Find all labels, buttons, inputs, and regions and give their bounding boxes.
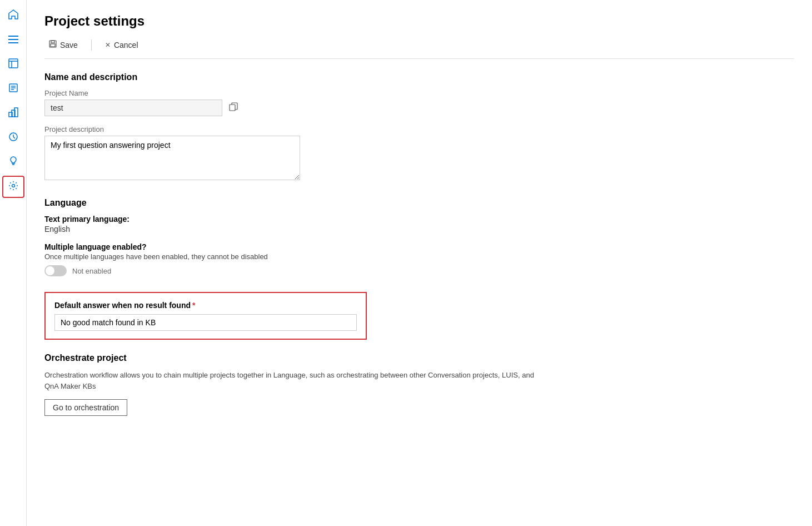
name-description-section: Name and description Project Name Projec… [44, 72, 794, 182]
test-icon [8, 132, 18, 145]
cancel-icon: ✕ [105, 41, 111, 49]
save-icon [49, 40, 57, 49]
svg-rect-23 [230, 105, 235, 111]
save-button[interactable]: Save [44, 38, 82, 52]
sources-icon [8, 58, 18, 71]
sidebar-item-kb[interactable] [2, 78, 24, 100]
primary-language-label: Text primary language: [44, 215, 794, 224]
name-description-title: Name and description [44, 72, 794, 82]
project-description-label: Project description [44, 125, 794, 133]
sidebar-item-menu[interactable] [2, 29, 24, 51]
deploy-icon [8, 107, 18, 120]
default-answer-label-text: Default answer when no result found [54, 301, 191, 310]
home-icon [8, 9, 18, 22]
toolbar: Save ✕ Cancel [44, 38, 794, 59]
default-answer-input[interactable] [54, 314, 357, 331]
multiple-language-toggle[interactable] [44, 265, 67, 276]
gear-icon [8, 181, 18, 193]
svg-rect-3 [9, 59, 18, 68]
orchestrate-description: Orchestration workflow allows you to cha… [44, 370, 545, 391]
sidebar-item-insights[interactable] [2, 151, 24, 173]
toggle-row: Not enabled [44, 265, 794, 276]
menu-icon [8, 34, 18, 46]
project-description-input[interactable]: My first question answering project [44, 136, 300, 180]
go-to-orchestration-button[interactable]: Go to orchestration [44, 399, 127, 416]
copy-button[interactable] [227, 100, 240, 116]
orchestrate-section: Orchestrate project Orchestration workfl… [44, 353, 794, 416]
sidebar-item-home[interactable] [2, 4, 24, 27]
sidebar-item-deploy[interactable] [2, 102, 24, 125]
multiple-language-desc: Once multiple languages have been enable… [44, 252, 794, 261]
copy-icon [229, 102, 238, 111]
save-label: Save [60, 41, 78, 49]
required-star: * [192, 301, 195, 310]
svg-line-15 [13, 137, 15, 138]
toolbar-divider [91, 39, 92, 51]
svg-point-18 [12, 184, 14, 187]
toggle-label: Not enabled [72, 267, 111, 275]
page-title: Project settings [44, 13, 794, 29]
orchestrate-title: Orchestrate project [44, 353, 794, 363]
cancel-button[interactable]: ✕ Cancel [101, 38, 143, 52]
sidebar [0, 0, 27, 526]
project-name-label: Project Name [44, 89, 794, 97]
sidebar-item-sources[interactable] [2, 53, 24, 76]
svg-rect-20 [51, 41, 54, 43]
project-name-row [44, 100, 794, 116]
default-answer-label: Default answer when no result found* [54, 301, 357, 310]
svg-rect-2 [8, 42, 18, 43]
sidebar-item-test[interactable] [2, 127, 24, 149]
main-content: Project settings Save ✕ Cancel Name and … [27, 0, 812, 526]
svg-rect-21 [51, 44, 55, 47]
default-answer-section: Default answer when no result found* [44, 292, 367, 340]
svg-rect-0 [8, 36, 18, 37]
bulb-icon [9, 156, 18, 169]
language-title: Language [44, 198, 794, 208]
primary-language-value: English [44, 225, 794, 234]
language-section: Language Text primary language: English … [44, 198, 794, 276]
multiple-language-label: Multiple language enabled? [44, 242, 794, 251]
knowledge-base-icon [8, 83, 18, 96]
sidebar-item-settings[interactable] [2, 176, 24, 198]
svg-rect-1 [8, 39, 18, 40]
cancel-label: Cancel [114, 41, 138, 49]
project-name-input[interactable] [44, 100, 222, 116]
